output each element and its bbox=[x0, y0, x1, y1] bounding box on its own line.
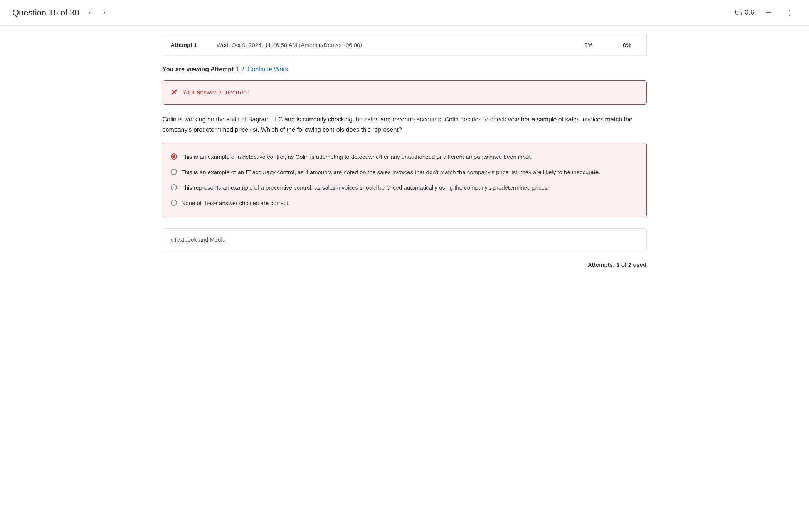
choice-item-c[interactable]: This represents an example of a preventi… bbox=[171, 180, 639, 195]
more-options-button[interactable]: ⋮ bbox=[783, 7, 797, 19]
header-right: 0 / 0.6 ☰ ⋮ bbox=[735, 7, 797, 19]
incorrect-banner: ✕ Your answer is incorrect. bbox=[163, 80, 647, 105]
attempts-used: Attempts: 1 of 2 used bbox=[163, 261, 647, 277]
viewing-attempt-text: You are viewing Attempt 1 bbox=[163, 66, 239, 72]
answer-choices-container: This is an example of a detective contro… bbox=[163, 143, 647, 217]
question-text: Colin is working on the audit of Bagram … bbox=[163, 114, 647, 135]
page-header: Question 16 of 30 ‹ › 0 / 0.6 ☰ ⋮ bbox=[0, 0, 809, 25]
attempt-label: Attempt 1 bbox=[163, 35, 209, 56]
incorrect-icon: ✕ bbox=[171, 87, 177, 98]
attempt-date: Wed, Oct 9, 2024, 11:46:58 AM (America/D… bbox=[209, 35, 569, 56]
continue-work-link[interactable]: Continue Work bbox=[247, 66, 288, 72]
next-question-button[interactable]: › bbox=[100, 7, 109, 18]
header-divider bbox=[0, 25, 809, 26]
choice-text-d: None of these answer choices are correct… bbox=[182, 199, 290, 208]
list-icon: ☰ bbox=[765, 8, 772, 17]
list-icon-button[interactable]: ☰ bbox=[762, 7, 775, 19]
choice-text-a: This is an example of a detective contro… bbox=[182, 152, 532, 162]
choice-item-d[interactable]: None of these answer choices are correct… bbox=[171, 195, 639, 211]
attempt-score-2: 0% bbox=[608, 35, 646, 56]
attempt-table: Attempt 1 Wed, Oct 9, 2024, 11:46:58 AM … bbox=[163, 35, 647, 56]
score-display: 0 / 0.6 bbox=[735, 7, 754, 18]
etextbook-section[interactable]: eTextbook and Media bbox=[163, 228, 647, 252]
viewing-attempt-bar: You are viewing Attempt 1 / Continue Wor… bbox=[163, 65, 647, 74]
choice-item-a[interactable]: This is an example of a detective contro… bbox=[171, 149, 639, 165]
choice-radio-c[interactable] bbox=[171, 184, 177, 190]
choice-item-b[interactable]: This is an example of an IT accuracy con… bbox=[171, 165, 639, 180]
choice-radio-b[interactable] bbox=[171, 169, 177, 175]
question-title: Question 16 of 30 bbox=[12, 6, 79, 19]
choice-radio-a[interactable] bbox=[171, 153, 177, 160]
header-left: Question 16 of 30 ‹ › bbox=[12, 6, 109, 19]
choice-text-c: This represents an example of a preventi… bbox=[182, 183, 549, 192]
incorrect-text: Your answer is incorrect. bbox=[183, 88, 250, 97]
main-content: Attempt 1 Wed, Oct 9, 2024, 11:46:58 AM … bbox=[150, 35, 659, 277]
more-icon: ⋮ bbox=[786, 8, 794, 17]
attempt-row: Attempt 1 Wed, Oct 9, 2024, 11:46:58 AM … bbox=[163, 35, 646, 56]
attempt-score-1: 0% bbox=[569, 35, 608, 56]
etextbook-label: eTextbook and Media bbox=[171, 236, 226, 243]
choice-text-b: This is an example of an IT accuracy con… bbox=[182, 168, 600, 177]
choice-radio-d[interactable] bbox=[171, 200, 177, 206]
prev-question-button[interactable]: ‹ bbox=[86, 7, 94, 18]
